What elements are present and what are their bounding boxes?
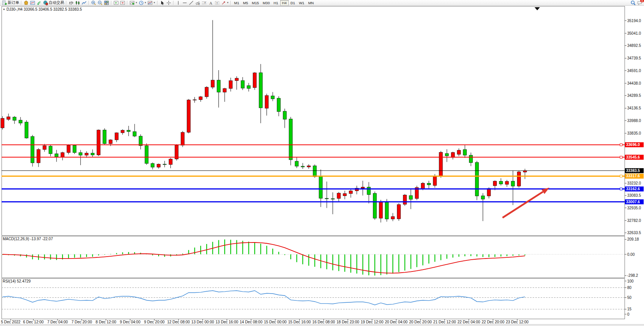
svg-text:80: 80 — [627, 286, 632, 290]
alerts-icon — [24, 0, 29, 5]
search-button[interactable] — [630, 0, 636, 5]
svg-text:35194.0: 35194.0 — [627, 19, 641, 23]
timeframe-h1[interactable]: H1 — [271, 0, 280, 6]
toolbar-separator — [66, 1, 67, 5]
signals-button[interactable] — [36, 0, 42, 5]
vertical-line-button[interactable] — [175, 0, 181, 5]
symbol-collapse-icon[interactable]: ▼ — [3, 8, 5, 11]
svg-text:22 Dec 20:00: 22 Dec 20:00 — [482, 320, 504, 324]
channel-button[interactable]: E — [194, 0, 201, 5]
mt4-window: 新订单自动交易▾▾▾EFAT▾M1M5M15M30H1H4D1W1MN1 351… — [0, 0, 644, 326]
svg-text:18 Dec 23:00: 18 Dec 23:00 — [337, 320, 360, 324]
periods-button[interactable]: ▾ — [138, 0, 147, 5]
macd-pane — [2, 236, 625, 278]
timeframe-h4[interactable]: H4 — [280, 0, 289, 6]
chart-canvas[interactable]: 35194.035041.034892.534739.534591.034438… — [0, 0, 644, 326]
svg-text:0: 0 — [627, 312, 630, 316]
vline-icon — [176, 0, 181, 5]
fibonacci-button[interactable]: F — [201, 0, 207, 5]
level-handle[interactable] — [620, 144, 622, 146]
auto-trading-button-label: 自动交易 — [49, 0, 64, 5]
notifications-button[interactable]: 1 — [636, 0, 643, 5]
svg-text:35041.0: 35041.0 — [627, 31, 641, 35]
bars-icon — [69, 0, 74, 5]
macd-indicator-label: MACD(12,26,9) -13.97 -22.07 — [3, 237, 53, 241]
cursor-button[interactable] — [159, 0, 165, 5]
new-order-button-label: 新订单 — [8, 0, 19, 5]
shapes-button[interactable]: ▾ — [220, 0, 230, 5]
tile-windows-button[interactable] — [103, 0, 110, 5]
timeframe-m1[interactable]: M1 — [232, 0, 241, 6]
zoom-in-icon — [91, 0, 96, 5]
svg-text:33988.0: 33988.0 — [627, 119, 641, 123]
timeframe-mn[interactable]: MN — [306, 0, 316, 6]
toolbar-separator — [230, 1, 231, 5]
svg-text:34289.5: 34289.5 — [627, 93, 641, 98]
text-button[interactable]: A — [207, 0, 214, 5]
chart-shift-button[interactable] — [119, 0, 126, 5]
zoom-in-button[interactable] — [90, 0, 97, 5]
svg-text:16 Dec 08:00: 16 Dec 08:00 — [312, 320, 335, 324]
chevron-down-icon[interactable]: ▾ — [227, 1, 229, 4]
svg-text:7 Dec 04:00: 7 Dec 04:00 — [47, 320, 68, 324]
timeframe-d1[interactable]: D1 — [289, 0, 297, 6]
svg-text:22 Dec 04:00: 22 Dec 04:00 — [458, 320, 480, 324]
zoom-out-button[interactable] — [97, 0, 103, 5]
label-button[interactable]: T — [214, 0, 220, 5]
chart-shift-icon — [120, 0, 125, 5]
svg-text:33232.0: 33232.0 — [627, 181, 641, 185]
add-indicator-button[interactable]: ▾ — [129, 0, 138, 5]
svg-text:0.00: 0.00 — [627, 252, 635, 257]
market-watch-button[interactable] — [29, 0, 36, 5]
toolbar-separator — [127, 1, 128, 5]
crosshair-button[interactable] — [165, 0, 172, 5]
svg-text:209.18: 209.18 — [627, 237, 639, 241]
timeframe-w1[interactable]: W1 — [297, 0, 306, 6]
text-label-icon: T — [215, 0, 220, 5]
trendline-button[interactable] — [188, 0, 194, 5]
svg-text:33696.0: 33696.0 — [626, 143, 640, 147]
candles-icon — [75, 0, 80, 5]
svg-text:15 Dec 00:00: 15 Dec 00:00 — [264, 320, 287, 324]
timeframe-m30[interactable]: M30 — [261, 0, 271, 6]
new-order-button[interactable]: 新订单 — [1, 0, 20, 5]
svg-text:20 Dec 04:00: 20 Dec 04:00 — [385, 320, 408, 324]
horizontal-line-button[interactable] — [181, 0, 188, 5]
svg-text:5 Dec 2022: 5 Dec 2022 — [1, 320, 21, 324]
svg-text:19 Dec 12:00: 19 Dec 12:00 — [361, 320, 384, 324]
svg-text:T: T — [216, 1, 218, 5]
toolbar-separator — [111, 1, 112, 5]
chevron-down-icon[interactable]: ▾ — [154, 1, 155, 4]
svg-text:9 Dec 04:00: 9 Dec 04:00 — [120, 320, 140, 324]
chevron-down-icon[interactable]: ▾ — [136, 1, 137, 4]
svg-text:32782.0: 32782.0 — [627, 218, 641, 223]
candle-chart-button[interactable] — [74, 0, 81, 5]
toolbar-separator — [157, 1, 158, 5]
templates-button[interactable]: ▾ — [147, 0, 156, 5]
timeframe-m5[interactable]: M5 — [241, 0, 250, 6]
svg-text:7 Dec 20:00: 7 Dec 20:00 — [71, 320, 92, 324]
line-chart-button[interactable] — [81, 0, 87, 5]
level-handle[interactable] — [620, 175, 622, 177]
alerts-button[interactable] — [23, 0, 29, 5]
svg-text:9 Dec 20:00: 9 Dec 20:00 — [144, 320, 165, 324]
level-handle[interactable] — [620, 188, 622, 190]
auto-trading-button[interactable]: 自动交易 — [42, 0, 65, 5]
auto-scroll-icon — [114, 0, 119, 5]
auto-trading-icon — [43, 0, 48, 5]
svg-text:34438.0: 34438.0 — [627, 81, 641, 85]
cursor-icon — [160, 0, 165, 5]
svg-text:32935.0: 32935.0 — [627, 206, 641, 210]
bar-chart-button[interactable] — [68, 0, 74, 5]
chevron-down-icon[interactable]: ▾ — [145, 1, 146, 4]
timeframe-m15[interactable]: M15 — [250, 0, 260, 6]
svg-text:34892.5: 34892.5 — [627, 43, 641, 48]
svg-text:33162.6: 33162.6 — [626, 187, 640, 191]
market-watch-icon — [30, 0, 35, 5]
svg-text:33545.6: 33545.6 — [626, 155, 640, 159]
auto-scroll-button[interactable] — [113, 0, 119, 5]
svg-text:23 Dec 12:00: 23 Dec 12:00 — [506, 320, 529, 324]
svg-text:32633.5: 32633.5 — [627, 231, 641, 235]
shapes-icon — [221, 0, 226, 5]
level-handle[interactable] — [620, 156, 622, 158]
